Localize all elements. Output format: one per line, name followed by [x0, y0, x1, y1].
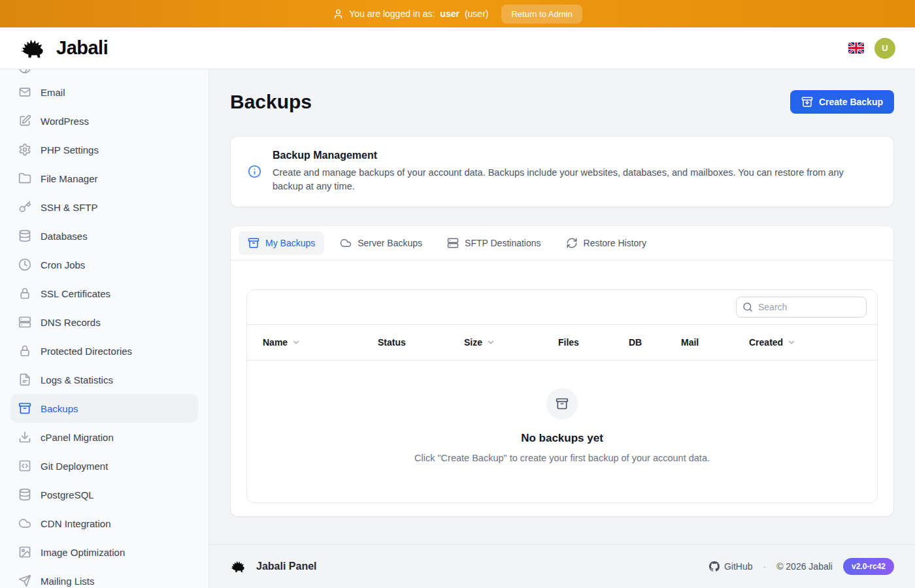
sidebar-item-git-deployment[interactable]: Git Deployment: [10, 451, 198, 480]
footer-separator: ·: [763, 561, 766, 572]
sidebar-item-postgresql[interactable]: PostgreSQL: [10, 480, 198, 509]
tab-label: Server Backups: [358, 238, 422, 248]
folder-icon: [18, 172, 31, 185]
user-avatar[interactable]: U: [874, 38, 895, 59]
key-icon: [18, 201, 31, 214]
logged-in-username: user: [440, 8, 459, 19]
logged-in-message: You are logged in as: user (user): [333, 8, 488, 20]
backups-card: My Backups Server Backups SFTP Destinati…: [230, 225, 894, 517]
archive-down-icon: [801, 96, 813, 108]
column-header-files: Files: [558, 325, 629, 361]
lock-icon: [18, 287, 31, 300]
search-input[interactable]: [736, 297, 867, 318]
boar-logo-icon: [20, 36, 50, 61]
tab-my-backups[interactable]: My Backups: [239, 231, 324, 255]
sidebar-item-label: PHP Settings: [41, 144, 99, 155]
brand-name: Jabali: [56, 37, 108, 59]
sidebar-item-email[interactable]: Email: [10, 78, 198, 106]
logged-in-role: (user): [465, 8, 489, 19]
sidebar-item-ssh-sftp[interactable]: SSH & SFTP: [10, 193, 198, 221]
lock-icon: [18, 344, 31, 357]
language-flag-icon[interactable]: [848, 42, 864, 54]
sidebar-item-cron-jobs[interactable]: Cron Jobs: [10, 250, 198, 279]
archive-icon: [556, 397, 569, 410]
sidebar-item-databases[interactable]: Databases: [10, 221, 198, 250]
database-icon: [18, 229, 31, 242]
table-header-row: Name Status Size: [247, 325, 877, 361]
clock-icon: [18, 258, 31, 271]
column-header-status: Status: [378, 325, 464, 361]
tab-label: My Backups: [265, 238, 315, 248]
create-backup-label: Create Backup: [819, 97, 883, 107]
backup-management-info-card: Backup Management Create and manage back…: [230, 136, 894, 207]
sidebar-item-mailing-lists[interactable]: Mailing Lists: [10, 566, 198, 588]
sidebar-item-label: Image Optimization: [41, 547, 125, 558]
version-badge: v2.0-rc42: [843, 558, 894, 575]
tab-sftp-destinations[interactable]: SFTP Destinations: [438, 231, 550, 255]
sidebar-item-logs-statistics[interactable]: Logs & Statistics: [10, 365, 198, 394]
sidebar-item-php-settings[interactable]: PHP Settings: [10, 135, 198, 164]
sidebar-item-label: Git Deployment: [41, 461, 108, 472]
sidebar-item-label: Backups: [41, 403, 78, 414]
sidebar-item-label: Logs & Statistics: [41, 374, 113, 385]
server-icon: [447, 237, 459, 249]
footer-copyright: © 2026 Jabali: [776, 561, 833, 572]
logged-in-prefix: You are logged in as:: [349, 8, 435, 19]
sidebar-item-cdn-integration[interactable]: CDN Integration: [10, 509, 198, 538]
sidebar-item-label: File Manager: [41, 173, 98, 184]
column-header-size[interactable]: Size: [464, 325, 558, 361]
info-card-title: Backup Management: [273, 150, 876, 161]
image-icon: [18, 546, 31, 559]
column-header-db: DB: [629, 325, 681, 361]
sidebar-item-cpanel-migration[interactable]: cPanel Migration: [10, 423, 198, 451]
mail-icon: [18, 86, 31, 99]
sidebar-item-image-optimization[interactable]: Image Optimization: [10, 538, 198, 566]
sidebar-item-label: DNS Records: [41, 317, 101, 328]
sidebar-nav: Email WordPress PHP Settings File Manage…: [0, 69, 209, 588]
page-title: Backups: [230, 91, 312, 113]
github-label: GitHub: [724, 561, 753, 572]
user-icon: [333, 8, 344, 20]
backups-tabbar: My Backups Server Backups SFTP Destinati…: [231, 226, 893, 261]
column-header-created[interactable]: Created: [749, 325, 877, 361]
tab-label: Restore History: [584, 238, 646, 248]
github-link[interactable]: GitHub: [709, 561, 753, 572]
main-area: Backups Create Backup Backup Management …: [209, 69, 915, 588]
gear-icon: [18, 143, 31, 156]
sidebar-item-label: CDN Integration: [41, 518, 111, 529]
tab-server-backups[interactable]: Server Backups: [331, 231, 431, 255]
sidebar-item-label: WordPress: [41, 116, 89, 127]
sidebar-item-ssl-certificates[interactable]: SSL Certificates: [10, 279, 198, 308]
tab-label: SFTP Destinations: [465, 238, 541, 248]
server-icon: [18, 316, 31, 329]
sidebar-item-file-manager[interactable]: File Manager: [10, 164, 198, 193]
chevron-down-icon: [787, 338, 796, 347]
tab-restore-history[interactable]: Restore History: [557, 231, 656, 255]
sidebar-item-wordpress[interactable]: WordPress: [10, 106, 198, 135]
footer: Jabali Panel GitHub · © 2026 Jabali v2.0…: [209, 544, 915, 588]
empty-state: No backups yet Click "Create Backup" to …: [247, 361, 877, 503]
boar-logo-icon: [230, 559, 248, 574]
brand-logo[interactable]: Jabali: [20, 36, 108, 61]
cloud-icon: [340, 237, 352, 249]
pen-square-icon: [18, 114, 31, 127]
sidebar-item-label: SSH & SFTP: [41, 202, 98, 213]
code-square-icon: [18, 459, 31, 472]
backups-table-card: Name Status Size: [246, 289, 878, 503]
column-header-mail: Mail: [681, 325, 749, 361]
sidebar-item-label: Databases: [41, 231, 88, 242]
empty-state-title: No backups yet: [247, 432, 877, 445]
cloud-icon: [18, 517, 31, 530]
column-header-name[interactable]: Name: [247, 325, 378, 361]
create-backup-button[interactable]: Create Backup: [790, 90, 894, 114]
database-icon: [18, 488, 31, 501]
sidebar-item-protected-directories[interactable]: Protected Directories: [10, 336, 198, 365]
return-to-admin-button[interactable]: Return to Admin: [501, 5, 582, 24]
archive-icon: [18, 402, 31, 415]
sidebar-item-label: SSL Certificates: [41, 288, 110, 299]
sidebar-item-dns-records[interactable]: DNS Records: [10, 308, 198, 336]
empty-state-message: Click "Create Backup" to create your fir…: [247, 453, 877, 463]
sidebar-item-backups[interactable]: Backups: [10, 394, 198, 423]
send-icon: [18, 574, 31, 587]
sidebar-item-label: PostgreSQL: [41, 489, 94, 500]
